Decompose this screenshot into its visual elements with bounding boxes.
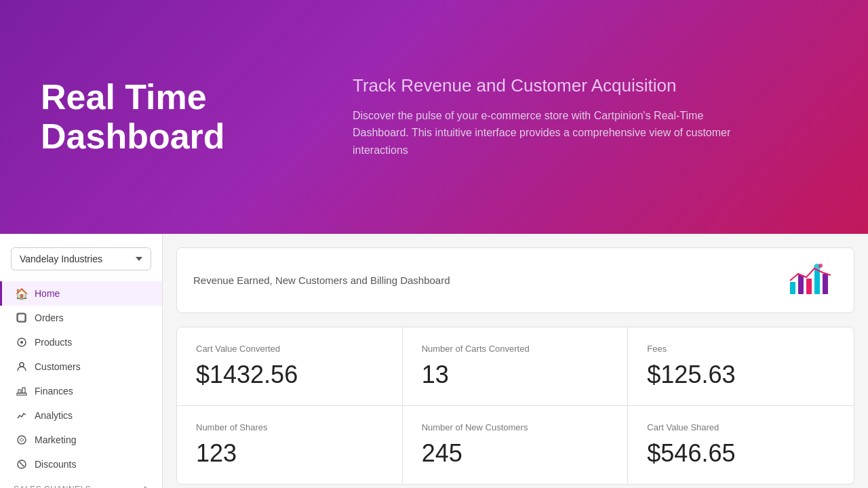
stat-card-cart-value-converted: Cart Value Converted $1432.56 [177, 327, 403, 406]
svg-rect-14 [790, 282, 795, 294]
svg-point-20 [818, 264, 823, 268]
home-icon: 🏠 [16, 287, 28, 300]
chart-illustration [783, 262, 837, 299]
finances-icon [16, 385, 28, 397]
svg-rect-6 [18, 390, 21, 393]
svg-point-3 [20, 341, 23, 344]
sidebar-item-home[interactable]: 🏠 Home [0, 281, 162, 306]
hero-subtitle: Track Revenue and Customer Acquisition [353, 75, 827, 96]
products-icon [16, 336, 28, 348]
stat-label: Cart Value Shared [647, 422, 835, 432]
customers-icon [16, 361, 28, 373]
discounts-icon [16, 458, 28, 470]
hero-banner: Real Time Dashboard Track Revenue and Cu… [0, 0, 868, 234]
marketing-icon [16, 434, 28, 446]
stat-value: $546.65 [647, 439, 835, 468]
dashboard-header-text: Revenue Earned, New Customers and Billin… [193, 274, 450, 286]
svg-point-8 [18, 436, 26, 444]
chevron-down-icon [136, 257, 142, 261]
stat-label: Fees [647, 344, 835, 354]
orders-icon [16, 312, 28, 324]
svg-point-4 [20, 363, 24, 367]
sidebar-item-label: Marketing [35, 434, 76, 445]
analytics-icon [16, 409, 28, 422]
sidebar-item-customers[interactable]: Customers [0, 354, 162, 379]
hero-description: Track Revenue and Customer Acquisition D… [353, 75, 827, 159]
svg-rect-16 [806, 279, 812, 294]
stat-card-fees: Fees $125.63 [628, 327, 854, 406]
stat-card-number-of-shares: Number of Shares 123 [177, 406, 403, 484]
main-content: Revenue Earned, New Customers and Billin… [163, 234, 868, 488]
sidebar-item-label: Products [35, 337, 72, 348]
dashboard-header-card: Revenue Earned, New Customers and Billin… [176, 247, 854, 313]
stat-card-new-customers: Number of New Customers 245 [403, 406, 629, 484]
hero-body-text: Discover the pulse of your e-commerce st… [353, 107, 732, 159]
sidebar-item-label: Orders [35, 312, 64, 323]
stats-grid: Cart Value Converted $1432.56 Number of … [176, 327, 854, 485]
stat-value: $125.63 [647, 361, 835, 389]
sidebar-item-orders[interactable]: Orders [0, 306, 162, 330]
stat-value: $1432.56 [196, 361, 383, 389]
svg-rect-15 [798, 275, 804, 294]
sidebar-item-label: Customers [35, 361, 81, 372]
svg-point-11 [20, 462, 21, 464]
stat-label: Cart Value Converted [196, 344, 383, 354]
store-selector-label: Vandelay Industries [20, 253, 102, 264]
sidebar-item-label: Analytics [35, 410, 73, 421]
sidebar-item-marketing[interactable]: Marketing [0, 428, 162, 452]
main-area: Vandelay Industries 🏠 Home Orders [0, 234, 868, 488]
sidebar-item-discounts[interactable]: Discounts [0, 452, 162, 476]
store-selector[interactable]: Vandelay Industries [11, 247, 151, 270]
sidebar: Vandelay Industries 🏠 Home Orders [0, 234, 163, 488]
stat-card-carts-converted: Number of Carts Converted 13 [403, 327, 629, 406]
hero-title: Real Time Dashboard [41, 78, 298, 155]
svg-rect-18 [823, 274, 828, 294]
sales-channels-label: Sales channels [14, 485, 91, 488]
stat-card-cart-value-shared: Cart Value Shared $546.65 [628, 406, 854, 484]
sidebar-item-label: Home [35, 288, 60, 299]
sidebar-item-products[interactable]: Products [0, 330, 162, 354]
sidebar-nav: 🏠 Home Orders P [0, 281, 162, 476]
sidebar-item-analytics[interactable]: Analytics [0, 403, 162, 428]
sales-channels-section[interactable]: Sales channels [0, 476, 162, 488]
stat-label: Number of Shares [196, 422, 383, 432]
sidebar-item-label: Finances [35, 386, 73, 396]
stat-value: 245 [422, 439, 609, 468]
stat-value: 123 [196, 439, 383, 468]
sidebar-item-finances[interactable]: Finances [0, 379, 162, 403]
sidebar-item-label: Discounts [35, 459, 76, 470]
svg-point-12 [23, 466, 24, 467]
svg-rect-17 [814, 270, 820, 294]
stat-label: Number of New Customers [422, 422, 609, 432]
stat-label: Number of Carts Converted [422, 344, 609, 354]
svg-rect-7 [22, 388, 25, 393]
stat-value: 13 [422, 361, 609, 389]
